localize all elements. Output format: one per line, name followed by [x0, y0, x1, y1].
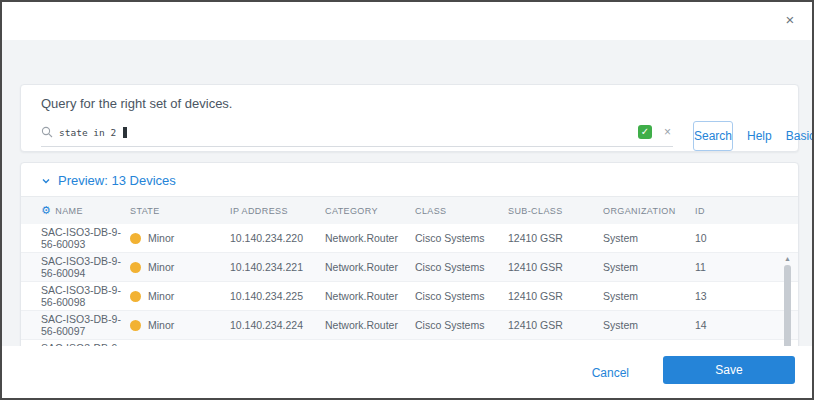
cell-class: Cisco Systems — [415, 319, 508, 331]
cancel-button[interactable]: Cancel — [592, 366, 629, 380]
search-icon — [41, 126, 53, 138]
cell-id: 11 — [695, 261, 778, 273]
cell-organization: System — [603, 290, 695, 302]
table-row[interactable]: SAC-ISO3-DB-9-56-60094Minor10.140.234.22… — [21, 253, 798, 282]
cell-category: Network.Router — [325, 290, 415, 302]
column-header-name[interactable]: ⚙NAME — [41, 205, 130, 216]
column-settings-gear-icon[interactable]: ⚙ — [41, 205, 51, 216]
dialog-body: Query for the right set of devices. stat… — [2, 40, 812, 356]
cell-name: SAC-ISO3-DB-9-56-60094 — [41, 255, 130, 279]
cell-class: Cisco Systems — [415, 261, 508, 273]
column-header-id[interactable]: ID — [695, 206, 778, 216]
cell-subclass: 12410 GSR — [508, 290, 603, 302]
cell-organization: System — [603, 261, 695, 273]
cell-category: Network.Router — [325, 261, 415, 273]
device-table: ⚙NAMESTATEIP ADDRESSCATEGORYCLASSSUB-CLA… — [21, 197, 798, 369]
state-minor-dot-icon — [130, 320, 141, 331]
basic-link[interactable]: Basic — [786, 129, 814, 143]
search-query-text: state in 2 — [59, 127, 116, 138]
dialog-footer: Cancel Save — [2, 346, 812, 398]
cell-ip: 10.140.234.220 — [230, 232, 325, 244]
cell-name: SAC-ISO3-DB-9-56-60097 — [41, 313, 130, 337]
column-header-state[interactable]: STATE — [130, 206, 230, 216]
cell-id: 14 — [695, 319, 778, 331]
query-search-input[interactable]: state in 2 ✓ × — [41, 125, 673, 147]
cell-category: Network.Router — [325, 232, 415, 244]
cell-subclass: 12410 GSR — [508, 261, 603, 273]
query-valid-checkbox[interactable]: ✓ — [638, 125, 652, 139]
cell-id: 10 — [695, 232, 778, 244]
cell-name: SAC-ISO3-DB-9-56-60098 — [41, 284, 130, 308]
preview-header[interactable]: Preview: 13 Devices — [21, 163, 798, 197]
text-cursor — [123, 127, 127, 138]
preview-title: Preview: 13 Devices — [58, 173, 176, 188]
table-header-row: ⚙NAMESTATEIP ADDRESSCATEGORYCLASSSUB-CLA… — [21, 197, 798, 224]
cell-organization: System — [603, 319, 695, 331]
column-header-category[interactable]: CATEGORY — [325, 206, 415, 216]
cell-state: Minor — [130, 319, 230, 331]
cell-name: SAC-ISO3-DB-9-56-60093 — [41, 226, 130, 250]
column-header-ip[interactable]: IP ADDRESS — [230, 206, 325, 216]
state-minor-dot-icon — [130, 262, 141, 273]
query-title: Query for the right set of devices. — [41, 96, 778, 111]
scroll-up-icon[interactable]: ▲ — [783, 255, 792, 262]
search-button[interactable]: Search — [693, 121, 733, 151]
column-header-class[interactable]: CLASS — [415, 206, 508, 216]
query-card: Query for the right set of devices. stat… — [20, 84, 799, 152]
cell-ip: 10.140.234.225 — [230, 290, 325, 302]
column-header-subclass[interactable]: SUB-CLASS — [508, 206, 603, 216]
help-link[interactable]: Help — [747, 129, 772, 143]
cell-category: Network.Router — [325, 319, 415, 331]
cell-class: Cisco Systems — [415, 232, 508, 244]
column-header-organization[interactable]: ORGANIZATION — [603, 206, 695, 216]
cell-organization: System — [603, 232, 695, 244]
cell-class: Cisco Systems — [415, 290, 508, 302]
cell-subclass: 12410 GSR — [508, 232, 603, 244]
save-button[interactable]: Save — [663, 356, 795, 384]
table-row[interactable]: SAC-ISO3-DB-9-56-60093Minor10.140.234.22… — [21, 224, 798, 253]
cell-ip: 10.140.234.224 — [230, 319, 325, 331]
device-query-dialog: × Query for the right set of devices. st… — [0, 0, 814, 400]
chevron-down-icon — [41, 176, 51, 186]
cell-state: Minor — [130, 290, 230, 302]
cell-ip: 10.140.234.221 — [230, 261, 325, 273]
cell-id: 13 — [695, 290, 778, 302]
cell-subclass: 12410 GSR — [508, 319, 603, 331]
search-row: state in 2 ✓ × Search Help Basic — [41, 121, 778, 151]
table-row[interactable]: SAC-ISO3-DB-9-56-60098Minor10.140.234.22… — [21, 282, 798, 311]
close-icon[interactable]: × — [782, 12, 798, 28]
table-row[interactable]: SAC-ISO3-DB-9-56-60097Minor10.140.234.22… — [21, 311, 798, 340]
state-minor-dot-icon — [130, 291, 141, 302]
cell-state: Minor — [130, 232, 230, 244]
clear-query-icon[interactable]: × — [664, 126, 671, 138]
state-minor-dot-icon — [130, 233, 141, 244]
cell-state: Minor — [130, 261, 230, 273]
